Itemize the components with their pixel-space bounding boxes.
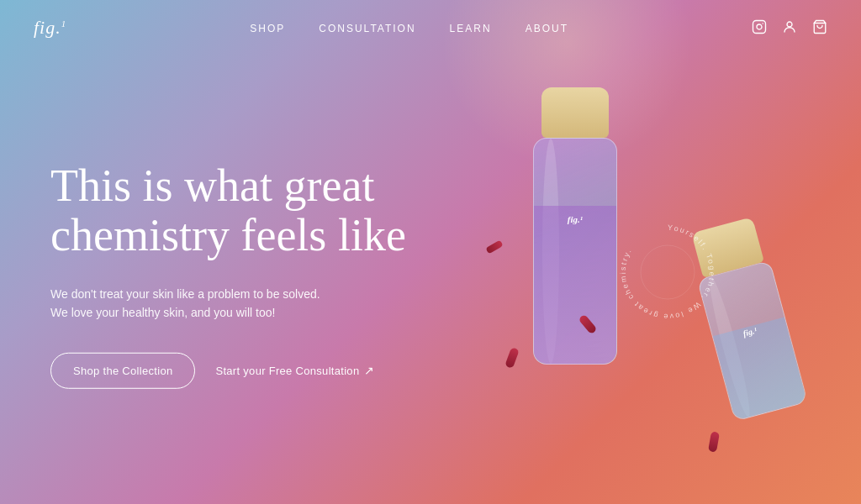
bottle-small-fill [713, 318, 807, 421]
nav-shop[interactable]: SHOP [250, 23, 285, 34]
bottle-tall-cap [541, 87, 609, 138]
instagram-icon[interactable] [752, 19, 767, 37]
user-icon[interactable] [782, 19, 797, 37]
bottle-tall-label: fig.¹ [568, 214, 583, 224]
nav-about[interactable]: ABOUT [526, 23, 568, 34]
nav-links: SHOP CONSULTATION LEARN ABOUT [250, 20, 568, 35]
free-consultation-button[interactable]: Start your Free Consultation ↗ [215, 364, 374, 377]
capsule-3 [708, 431, 720, 452]
svg-point-3 [787, 22, 792, 27]
hero-section: fig.1 SHOP CONSULTATION LEARN ABOUT [0, 0, 861, 504]
capsule-4 [485, 240, 503, 255]
svg-rect-0 [753, 20, 765, 33]
cart-icon[interactable] [812, 19, 827, 37]
brand-logo[interactable]: fig.1 [34, 17, 66, 39]
hero-subtext: We don't treat your skin like a problem … [50, 285, 336, 323]
navbar: fig.1 SHOP CONSULTATION LEARN ABOUT [0, 0, 861, 55]
nav-icons [752, 19, 827, 37]
hero-headline: This is what great chemistry feels like [50, 161, 412, 261]
svg-point-1 [757, 24, 762, 29]
capsule-1 [504, 347, 520, 369]
bottle-tall-body: fig.¹ [533, 138, 617, 365]
bottle-tall: fig.¹ [525, 87, 626, 373]
bottle-tall-fill [534, 206, 616, 364]
arrow-icon: ↗ [364, 364, 374, 377]
svg-point-6 [641, 245, 695, 299]
nav-consultation[interactable]: CONSULTATION [319, 23, 415, 34]
circular-text: Yourself. Together. We love great chemis… [617, 222, 718, 323]
nav-learn[interactable]: LEARN [450, 23, 492, 34]
consultation-label: Start your Free Consultation [215, 364, 359, 376]
product-area: fig.¹ fig.¹ Yourself. Together. We love … [457, 71, 811, 474]
logo-sup: 1 [61, 18, 67, 29]
svg-point-2 [762, 23, 763, 24]
svg-text:Yourself. Together. We love gr: Yourself. Together. We love great chemis… [619, 223, 716, 321]
hero-content: This is what great chemistry feels like … [50, 161, 412, 389]
logo-text: fig. [34, 17, 61, 38]
hero-buttons: Shop the Collection Start your Free Cons… [50, 352, 412, 388]
shop-collection-button[interactable]: Shop the Collection [50, 352, 195, 388]
